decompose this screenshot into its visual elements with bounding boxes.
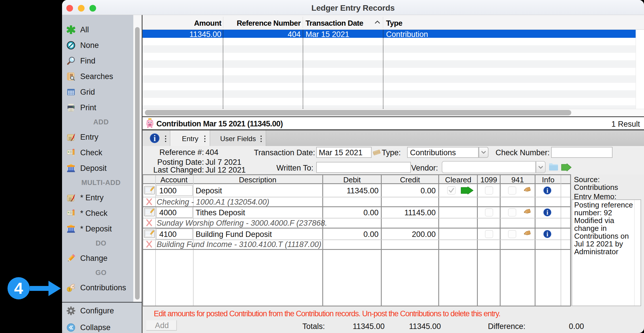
svg-text:$: $	[68, 287, 70, 291]
svg-text:i: i	[153, 134, 156, 143]
svg-text:4: 4	[14, 279, 23, 297]
svg-text:$: $	[68, 211, 69, 214]
svg-text:i: i	[546, 209, 548, 216]
svg-text:i: i	[546, 230, 548, 238]
svg-text:i: i	[546, 187, 548, 194]
svg-text:$: $	[68, 151, 69, 153]
